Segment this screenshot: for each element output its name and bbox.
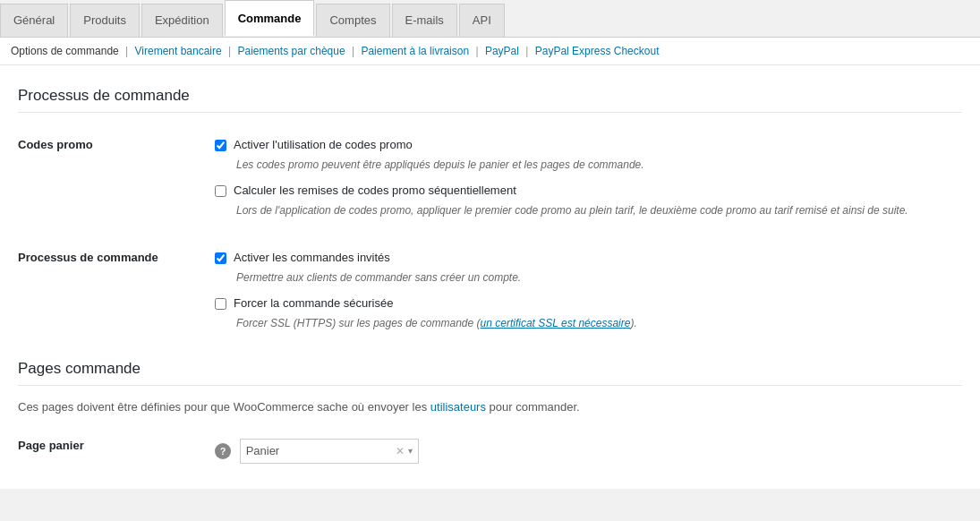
codes-promo-checkbox2-label[interactable]: Calculer les remises de codes promo séqu… [234, 184, 516, 197]
processus-ssl-label[interactable]: Forcer la commande sécurisée [234, 296, 393, 310]
page-wrap: Général Produits Expédition Commande Com… [0, 0, 980, 521]
page-panier-label: Page panier [18, 439, 84, 452]
processus-invites-label[interactable]: Activer les commandes invités [234, 251, 390, 264]
codes-promo-options: Activer l'utilisation de codes promo Les… [215, 127, 962, 240]
page-panier-select[interactable]: Panier ✕ ▾ [240, 439, 419, 464]
separator-4: | [475, 45, 481, 57]
codes-promo-checkbox1-row: Activer l'utilisation de codes promo [215, 138, 962, 151]
tab-api[interactable]: API [459, 0, 507, 37]
separator-1: | [125, 45, 131, 57]
codes-promo-checkbox2[interactable] [215, 185, 226, 197]
pages-description: Ces pages doivent être définies pour que… [18, 400, 962, 414]
subnav-current: Options de commande [11, 45, 119, 57]
codes-promo-row: Codes promo Activer l'utilisation de cod… [18, 127, 962, 240]
subnav-paypalexpress[interactable]: PayPal Express Checkout [535, 45, 660, 57]
pages-section-title: Pages commande [18, 360, 962, 386]
processus-commande-row: Processus de commande Activer les comman… [18, 240, 962, 353]
processus-ssl-link[interactable]: un certificat SSL est nécessaire [481, 317, 631, 329]
select2-arrow-icon: ▾ [408, 446, 413, 456]
processus-checkbox1-row: Activer les commandes invités [215, 251, 962, 264]
processus-invites-desc: Permettre aux clients de commander sans … [236, 269, 962, 286]
tab-products[interactable]: Produits [70, 0, 141, 37]
tab-emails[interactable]: E-mails [392, 0, 459, 37]
processus-commande-label: Processus de commande [18, 240, 215, 353]
page-panier-help[interactable]: ? [215, 443, 231, 459]
sub-nav: Options de commande | Virement bancaire … [0, 38, 980, 65]
processus-form-table: Codes promo Activer l'utilisation de cod… [18, 127, 962, 353]
codes-promo-desc2: Lors de l'application de codes promo, ap… [236, 202, 962, 218]
separator-2: | [228, 45, 234, 57]
subnav-virement[interactable]: Virement bancaire [135, 45, 222, 57]
processus-section-title: Processus de commande [18, 87, 962, 113]
codes-promo-label: Codes promo [18, 127, 215, 240]
select2-clear-icon[interactable]: ✕ [396, 445, 405, 457]
codes-promo-checkbox1[interactable] [215, 140, 226, 151]
separator-3: | [352, 45, 357, 57]
codes-promo-checkbox1-label[interactable]: Activer l'utilisation de codes promo [234, 138, 413, 151]
pages-desc-pre: Ces pages doivent être définies pour que… [18, 400, 430, 414]
page-panier-control: ? Panier ✕ ▾ [215, 428, 962, 474]
page-panier-selected-value: Panier [246, 444, 396, 457]
processus-ssl-checkbox[interactable] [215, 298, 226, 310]
subnav-livraison[interactable]: Paiement à la livraison [361, 45, 469, 57]
subnav-cheque[interactable]: Paiements par chèque [238, 45, 345, 57]
processus-ssl-desc-post: ). [630, 317, 636, 329]
tab-expedition[interactable]: Expédition [141, 0, 225, 37]
main-content: Processus de commande Codes promo Active… [0, 65, 980, 489]
page-panier-row: Page panier ? Panier ✕ ▾ [18, 428, 962, 474]
pages-form-table: Page panier ? Panier ✕ ▾ [18, 428, 962, 474]
tab-general[interactable]: Général [0, 0, 70, 37]
processus-ssl-desc-pre: Forcer SSL (HTTPS) sur les pages de comm… [236, 317, 481, 329]
page-panier-label-cell: Page panier [18, 428, 215, 474]
processus-checkbox2-row: Forcer la commande sécurisée [215, 296, 962, 310]
processus-ssl-desc: Forcer SSL (HTTPS) sur les pages de comm… [236, 315, 962, 331]
subnav-paypal[interactable]: PayPal [485, 45, 519, 57]
separator-5: | [525, 45, 531, 57]
tab-comptes[interactable]: Comptes [316, 0, 391, 37]
processus-invites-checkbox[interactable] [215, 252, 226, 264]
codes-promo-checkbox2-row: Calculer les remises de codes promo séqu… [215, 184, 962, 197]
pages-desc-post: pour commander. [486, 400, 580, 414]
tab-commande[interactable]: Commande [225, 0, 317, 37]
tabs-nav: Général Produits Expédition Commande Com… [0, 0, 980, 38]
processus-commande-options: Activer les commandes invités Permettre … [215, 240, 962, 353]
pages-desc-link[interactable]: utilisateurs [430, 400, 486, 414]
codes-promo-desc1: Les codes promo peuvent être appliqués d… [236, 157, 962, 173]
